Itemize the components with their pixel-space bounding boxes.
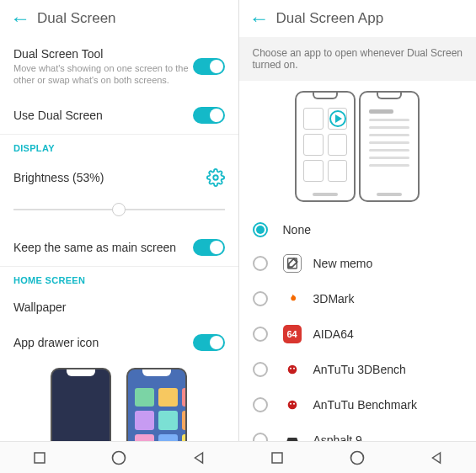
app-icon <box>283 254 302 273</box>
row-app-drawer-icon[interactable]: App drawer icon <box>0 324 238 361</box>
nav-recent-icon[interactable] <box>270 450 285 465</box>
app-label: New memo <box>313 257 373 270</box>
row-brightness[interactable]: Brightness (53%) <box>0 158 238 197</box>
dual-screen-tool-sub: Move what's showing on one screen to the… <box>13 62 193 87</box>
radio-button[interactable] <box>253 362 268 377</box>
app-label: AIDA64 <box>313 327 354 341</box>
slider-thumb[interactable] <box>112 203 126 216</box>
nav-back-icon[interactable] <box>191 450 206 465</box>
header-right: ← Dual Screen App <box>239 0 477 37</box>
nav-home-icon[interactable] <box>110 449 127 466</box>
app-drawer-title: App drawer icon <box>13 336 193 349</box>
app-row[interactable]: New memo <box>239 246 477 281</box>
app-label: AnTuTu 3DBench <box>313 363 406 376</box>
app-list: NoneNew memo3DMark64AIDA64AnTuTu 3DBench… <box>239 214 477 441</box>
dual-screen-app-picker: ← Dual Screen App Choose an app to open … <box>238 0 477 441</box>
use-dual-screen-toggle[interactable] <box>193 107 225 124</box>
nav-recent-icon[interactable] <box>32 450 47 465</box>
dual-screen-tool-title: Dual Screen Tool <box>13 47 193 61</box>
mini-phone-home <box>51 368 111 441</box>
dual-screen-tool-toggle[interactable] <box>193 58 225 75</box>
svg-point-17 <box>350 451 363 464</box>
phone-preview <box>0 361 238 441</box>
back-arrow-icon[interactable]: ← <box>10 8 30 29</box>
row-keep-same[interactable]: Keep the same as main screen <box>0 229 238 266</box>
nav-bar <box>0 441 476 473</box>
svg-point-2 <box>287 365 297 375</box>
radio-button[interactable] <box>253 291 268 306</box>
app-icon: 64 <box>283 325 302 343</box>
svg-rect-14 <box>35 453 45 463</box>
row-wallpaper[interactable]: Wallpaper <box>0 290 238 324</box>
app-row[interactable]: Asphalt 9 <box>239 423 477 441</box>
svg-rect-16 <box>272 453 282 463</box>
app-row[interactable]: 64AIDA64 <box>239 316 477 352</box>
svg-point-3 <box>290 368 291 369</box>
svg-point-4 <box>293 368 295 369</box>
hero-phone-left <box>295 91 356 202</box>
brightness-slider[interactable] <box>0 197 238 229</box>
svg-point-7 <box>293 403 295 405</box>
radio-button[interactable] <box>253 256 268 271</box>
app-row[interactable]: AnTuTu Benchmark <box>239 387 477 423</box>
row-use-dual-screen[interactable]: Use Dual Screen <box>0 97 238 134</box>
wallpaper-title: Wallpaper <box>13 300 225 314</box>
radio-button[interactable] <box>253 327 268 342</box>
section-display: DISPLAY <box>0 135 238 158</box>
app-icon <box>283 360 302 379</box>
radio-button[interactable] <box>253 433 268 441</box>
app-icon <box>283 290 302 308</box>
use-dual-screen-title: Use Dual Screen <box>13 109 193 122</box>
header-left: ← Dual Screen <box>0 0 238 37</box>
page-title: Dual Screen App <box>276 10 384 27</box>
radio-button[interactable] <box>253 222 268 237</box>
page-title: Dual Screen <box>37 10 116 27</box>
app-label: AnTuTu Benchmark <box>313 398 417 412</box>
section-home-screen: HOME SCREEN <box>0 267 238 290</box>
app-row[interactable]: AnTuTu 3DBench <box>239 352 477 387</box>
keep-same-title: Keep the same as main screen <box>13 241 193 254</box>
svg-point-6 <box>290 403 291 405</box>
svg-point-15 <box>113 451 126 464</box>
radio-button[interactable] <box>253 397 268 412</box>
svg-point-0 <box>213 175 218 180</box>
gear-icon[interactable] <box>206 168 225 187</box>
hero-illustration <box>239 81 477 214</box>
app-icon <box>283 396 302 414</box>
back-arrow-icon[interactable]: ← <box>249 8 270 29</box>
row-dual-screen-tool[interactable]: Dual Screen Tool Move what's showing on … <box>0 37 238 97</box>
app-label: 3DMark <box>313 292 355 306</box>
app-row[interactable]: 3DMark <box>239 281 477 316</box>
nav-back-icon[interactable] <box>429 450 444 465</box>
mini-phone-drawer <box>126 368 187 441</box>
app-row[interactable]: None <box>239 214 477 246</box>
settings-dual-screen: ← Dual Screen Dual Screen Tool Move what… <box>0 0 238 441</box>
hero-phone-right <box>359 91 420 202</box>
keep-same-toggle[interactable] <box>193 239 225 256</box>
brightness-title: Brightness (53%) <box>13 171 206 184</box>
nav-home-icon[interactable] <box>349 449 366 466</box>
app-label: None <box>283 223 311 236</box>
app-icon <box>283 431 302 441</box>
app-drawer-toggle[interactable] <box>193 334 225 351</box>
prompt-banner: Choose an app to open whenever Dual Scre… <box>239 37 477 81</box>
app-label: Asphalt 9 <box>313 433 362 441</box>
svg-point-5 <box>287 401 297 410</box>
